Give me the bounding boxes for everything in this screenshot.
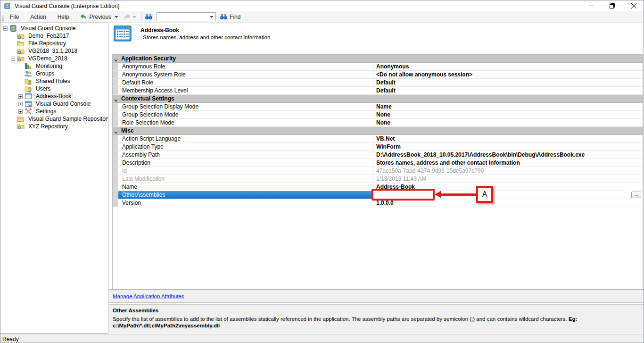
- annotation-label-box: A: [476, 186, 493, 203]
- chart-icon: [25, 62, 32, 70]
- folder-gear-icon: [17, 123, 25, 130]
- tree-item-sample-repository[interactable]: Visual Guard Sample Repository: [0, 115, 108, 123]
- tree-item-visual-guard-console[interactable]: Visual Guard Console: [0, 25, 108, 32]
- annotation-arrow-icon: [435, 191, 441, 198]
- minimize-button[interactable]: [579, 0, 601, 11]
- tree-item-label: Demo_Feb2017: [27, 33, 70, 40]
- ellipsis-button[interactable]: ...: [631, 192, 641, 198]
- tree-item-label: Monitoring: [34, 63, 64, 70]
- search-input[interactable]: [157, 13, 208, 20]
- find-label: Find: [230, 14, 240, 20]
- page-title: Address-Book: [140, 27, 270, 33]
- link-band: Manage Application Attributes: [109, 289, 644, 303]
- tree-item-groups[interactable]: Groups: [0, 70, 108, 77]
- page-subtitle: Stores names, address and other contact …: [143, 34, 270, 40]
- property-row-application-type: Application Type WinForm: [113, 143, 643, 151]
- expand-icon[interactable]: [18, 94, 23, 99]
- find-button[interactable]: Find: [218, 12, 244, 22]
- status-text: Ready: [2, 336, 19, 343]
- binoculars-icon: [145, 13, 153, 20]
- annotation-label: A: [482, 190, 487, 199]
- chevron-down-icon[interactable]: [113, 127, 118, 134]
- tree-item-label: File Repository: [27, 40, 67, 47]
- menu-help[interactable]: Help: [52, 12, 75, 22]
- property-row-last-modification: Last Modification 1/18/2018 11:43 AM: [113, 175, 643, 183]
- tree-item-address-book[interactable]: Address-Book: [0, 92, 108, 100]
- back-arrow-icon: [80, 13, 87, 20]
- annotation-highlight-rectangle: [372, 189, 435, 201]
- window-title: Visual Guard Console (Enterprise Edition…: [15, 3, 120, 9]
- category-row-application-security[interactable]: Application Security: [113, 55, 643, 63]
- folder-open-icon: [17, 115, 25, 123]
- menu-file[interactable]: File: [4, 12, 25, 22]
- toolbar: File Action Help Previous Find: [0, 11, 644, 23]
- visual-guard-console-window: { "window": { "title": "Visual Guard Con…: [0, 0, 644, 343]
- groups-icon: [25, 70, 32, 77]
- category-row-contextual-settings[interactable]: Contextual Settings: [113, 95, 643, 103]
- chevron-down-icon[interactable]: [113, 95, 118, 102]
- category-row-misc[interactable]: Misc: [113, 127, 643, 135]
- tree-item-file-repository[interactable]: File Repository: [0, 40, 108, 47]
- detail-panel: Address-Book Stores names, address and o…: [109, 23, 644, 334]
- close-button[interactable]: [623, 0, 644, 11]
- property-row-anonymous-role: Anonymous Role Anonymous: [113, 63, 643, 71]
- tree-item-users[interactable]: Users: [0, 85, 108, 92]
- tree-item-label: Visual Guard Sample Repository: [27, 116, 108, 123]
- window-arrow-icon: [25, 100, 32, 108]
- description-text: Specify the list of assemblies to add to…: [113, 316, 640, 329]
- property-row-role-selection-mode: Role Selection Mode None: [113, 119, 643, 127]
- tree-item-shared-roles[interactable]: Shared Roles: [0, 77, 108, 85]
- address-book-icon: [114, 25, 132, 42]
- tree-item-label: Settings: [34, 108, 58, 115]
- tree-item-xyz-repository[interactable]: XYZ Repository: [0, 123, 108, 130]
- console-icon: [9, 25, 17, 32]
- tree-item-label: Visual Guard Console: [19, 25, 77, 32]
- tree-item-settings[interactable]: Settings: [0, 108, 108, 115]
- property-row-membership-access-level: Membership Access Level Default: [113, 87, 643, 95]
- expand-icon[interactable]: [18, 109, 23, 114]
- collapse-icon[interactable]: [11, 57, 15, 61]
- property-row-id: Id 47aca50a-7aad-4274-9d93-15de5a97c790: [113, 167, 643, 175]
- folder-person-icon: [25, 85, 32, 92]
- navigation-tree: Visual Guard Console Demo_Feb2017 File R…: [0, 23, 108, 334]
- property-row-group-selection-mode: Group Selection Mode None: [113, 111, 643, 119]
- previous-label: Previous: [89, 14, 111, 20]
- window-icon: [25, 92, 32, 100]
- tree-item-label: VG2018_31.1.2018: [27, 48, 79, 55]
- tools-icon: [25, 108, 32, 115]
- tree-item-label: VGDemo_2018: [27, 55, 69, 62]
- property-description-panel: Other Assemblies Specify the list of ass…: [109, 304, 644, 334]
- application-header: Address-Book Stores names, address and o…: [114, 25, 270, 42]
- folder-open-icon: [17, 40, 25, 47]
- next-button[interactable]: [122, 12, 140, 22]
- chevron-down-icon[interactable]: [113, 55, 118, 62]
- tree-item-label: Visual Guard Console: [34, 100, 92, 108]
- search-combobox[interactable]: [157, 12, 216, 21]
- tree-item-label: Users: [34, 85, 52, 92]
- tree-item-visual-guard-console-app[interactable]: Visual Guard Console: [0, 100, 108, 108]
- forward-arrow-icon: [124, 13, 131, 20]
- property-grid: Application Security Anonymous Role Anon…: [112, 54, 643, 289]
- tree-item-vgdemo-2018[interactable]: VGDemo_2018: [0, 55, 108, 62]
- property-row-group-selection-display-mode: Group Selection Display Mode Name: [113, 103, 643, 111]
- find-binoculars-icon: [220, 13, 228, 20]
- folder-gear-icon: [17, 32, 25, 40]
- search-button[interactable]: [143, 12, 155, 22]
- restore-button[interactable]: [601, 0, 623, 11]
- expand-icon[interactable]: [18, 102, 23, 106]
- tree-item-label: Shared Roles: [34, 78, 72, 85]
- tree-item-demo-feb2017[interactable]: Demo_Feb2017: [0, 32, 108, 40]
- tree-item-label: Address-Book: [34, 93, 73, 100]
- titlebar: Visual Guard Console (Enterprise Edition…: [0, 0, 644, 11]
- tree-item-monitoring[interactable]: Monitoring: [0, 62, 108, 70]
- status-bar: Ready: [0, 334, 644, 343]
- tree-item-label: Groups: [34, 70, 56, 77]
- collapse-icon[interactable]: [3, 26, 8, 31]
- folder-person-green-icon: [25, 77, 32, 85]
- previous-button[interactable]: Previous: [78, 12, 122, 22]
- property-row-assembly-path: Assembly Path D:\AddressBook_2018_10.05.…: [113, 151, 643, 159]
- tree-item-vg2018[interactable]: VG2018_31.1.2018: [0, 47, 108, 55]
- manage-application-attributes-link[interactable]: Manage Application Attributes: [113, 293, 184, 299]
- menu-action[interactable]: Action: [25, 12, 51, 22]
- folder-gear-icon: [17, 55, 25, 62]
